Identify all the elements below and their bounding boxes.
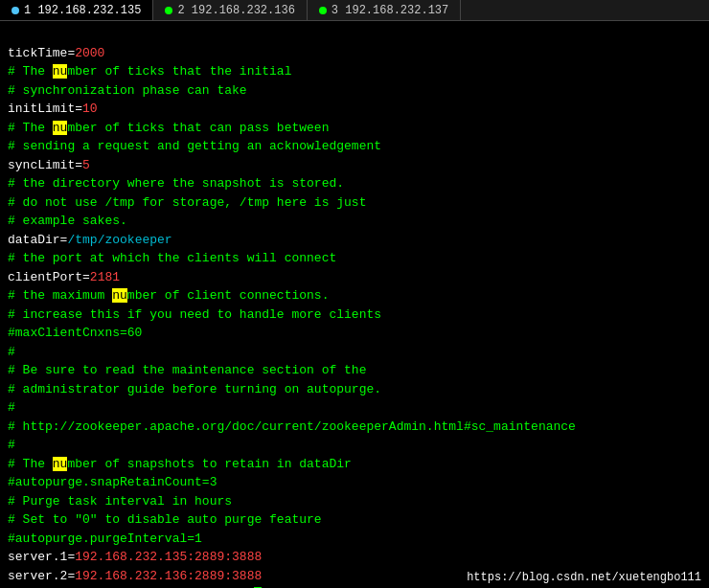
line-server2-val: 192.168.232.136:2889:3888 — [75, 569, 262, 583]
tab-label-1: 1 192.168.232.135 — [24, 4, 141, 17]
line-hash2: # — [8, 400, 15, 415]
line-datadir-key: dataDir= — [8, 233, 67, 247]
line-purgeinterval: #autopurge.purgeInterval=1 — [8, 531, 202, 546]
tab-label-2: 2 192.168.232.136 — [177, 4, 294, 17]
line-hash: # — [8, 345, 15, 359]
line-hash3: # — [8, 438, 15, 452]
highlight-num-1: nu — [53, 64, 68, 79]
line-comment-6: # do not use /tmp for storage, /tmp here… — [8, 195, 366, 210]
line-comment-5: # the directory where the snapshot is st… — [8, 176, 344, 191]
line-ticktime-key: tickTime= — [8, 46, 75, 60]
line-initlimit-key: initLimit= — [8, 102, 82, 116]
line-comment-11: # Be sure to read the maintenance sectio… — [8, 363, 366, 377]
line-server1-key: server.1= — [8, 550, 75, 564]
line-comment-13b: mber of snapshots to retain in dataDir — [67, 457, 351, 471]
footer-url: https://blog.csdn.net/xuetengbo111 — [467, 571, 701, 584]
line-comment-15: # Set to "0" to disable auto purge featu… — [8, 512, 322, 527]
line-ticktime-val: 2000 — [75, 46, 104, 60]
highlight-num-4: nu — [53, 457, 68, 471]
line-clientport-key: clientPort= — [8, 270, 90, 284]
line-comment-7: # example sakes. — [8, 214, 127, 228]
line-comment-9b: mber of client connections. — [127, 288, 330, 303]
highlight-num-2: nu — [53, 121, 68, 135]
line-comment-13: # The — [8, 457, 53, 471]
line-comment-2: # synchronization phase can take — [8, 83, 247, 98]
line-initlimit-val: 10 — [82, 102, 98, 116]
line-synclimit-val: 5 — [82, 158, 90, 172]
line-comment-12: # administrator guide before turning on … — [8, 382, 381, 396]
line-comment-4: # sending a request and getting an ackno… — [8, 139, 381, 153]
terminal-content: tickTime=2000 # The number of ticks that… — [0, 21, 709, 588]
line-comment-8: # the port at which the clients will con… — [8, 251, 336, 265]
tab-label-3: 3 192.168.232.137 — [332, 4, 448, 17]
tab-1[interactable]: 1 192.168.232.135 — [0, 0, 153, 20]
line-snapretain: #autopurge.snapRetainCount=3 — [8, 475, 217, 489]
line-synclimit-key: syncLimit= — [8, 158, 82, 172]
line-comment-url: # http://zookeeper.apache.org/doc/curren… — [8, 419, 576, 434]
line-comment-14: # Purge task interval in hours — [8, 494, 232, 509]
highlight-num-3: nu — [112, 288, 127, 303]
tab-bar: 1 192.168.232.135 2 192.168.232.136 3 19… — [0, 0, 709, 21]
line-comment-3b: mber of ticks that can pass between — [67, 121, 329, 135]
line-datadir-val: /tmp/zookeeper — [67, 233, 172, 247]
line-clientport-val: 2181 — [90, 270, 120, 284]
line-comment-3: # The — [8, 121, 53, 135]
line-comment-9: # the maximum — [8, 288, 112, 303]
line-comment-10: # increase this if you need to handle mo… — [8, 307, 381, 322]
line-comment-1: # The — [8, 64, 53, 79]
tab-2[interactable]: 2 192.168.232.136 — [153, 0, 307, 20]
tab-3[interactable]: 3 192.168.232.137 — [308, 0, 461, 20]
line-comment-1b: mber of ticks that the initial — [67, 64, 291, 79]
tab-dot-3 — [319, 7, 327, 14]
line-maxclient: #maxClientCnxns=60 — [8, 326, 142, 340]
tab-dot-2 — [165, 7, 172, 14]
tab-dot-1 — [11, 7, 19, 14]
line-server2-key: server.2= — [8, 569, 75, 583]
line-server1-val: 192.168.232.135:2889:3888 — [75, 550, 262, 564]
